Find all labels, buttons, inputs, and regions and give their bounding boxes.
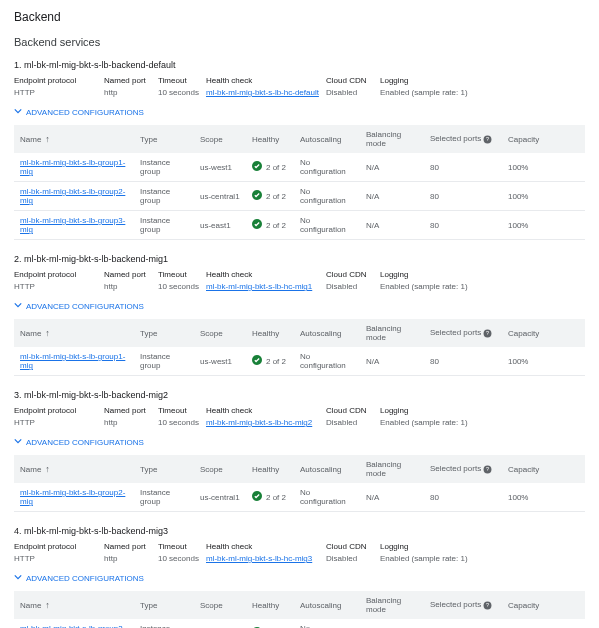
instance-group-link[interactable]: ml-bk-ml-mig-bkt-s-lb-group1-mig bbox=[20, 352, 125, 370]
meta-label-named_port: Named port bbox=[104, 542, 158, 551]
help-icon[interactable]: ? bbox=[483, 328, 492, 337]
backend-heading: Backend bbox=[14, 10, 585, 24]
column-header-scope[interactable]: Scope bbox=[194, 125, 246, 153]
advanced-configurations-toggle[interactable]: ADVANCED CONFIGURATIONS bbox=[14, 573, 585, 583]
table-row: ml-bk-ml-mig-bkt-s-lb-group2-migInstance… bbox=[14, 483, 585, 512]
meta-label-endpoint_protocol: Endpoint protocol bbox=[14, 76, 104, 85]
instance-group-link[interactable]: ml-bk-ml-mig-bkt-s-lb-group2-mig bbox=[20, 488, 125, 506]
column-header-selected_ports[interactable]: Selected ports ? bbox=[424, 455, 502, 483]
meta-value-cloud_cdn: Disabled bbox=[326, 88, 380, 97]
meta-value-named_port: http bbox=[104, 418, 158, 427]
column-header-type[interactable]: Type bbox=[134, 455, 194, 483]
meta-label-health_check: Health check bbox=[206, 542, 326, 551]
column-header-selected_ports[interactable]: Selected ports ? bbox=[424, 591, 502, 619]
table-row: ml-bk-ml-mig-bkt-s-lb-group1-migInstance… bbox=[14, 153, 585, 182]
check-circle-icon bbox=[252, 161, 262, 173]
backend-service-title: 2. ml-bk-ml-mig-bkt-s-lb-backend-mig1 bbox=[14, 254, 585, 264]
column-header-selected_ports[interactable]: Selected ports ? bbox=[424, 125, 502, 153]
sort-arrow-icon: ↑ bbox=[45, 328, 50, 338]
column-header-capacity[interactable]: Capacity bbox=[502, 455, 585, 483]
svg-text:?: ? bbox=[486, 602, 489, 608]
health-check-link[interactable]: ml-bk-ml-mig-bkt-s-lb-hc-default bbox=[206, 88, 319, 97]
column-header-capacity[interactable]: Capacity bbox=[502, 591, 585, 619]
instance-group-link[interactable]: ml-bk-ml-mig-bkt-s-lb-group2-mig bbox=[20, 187, 125, 205]
column-header-balancing_mode[interactable]: Balancing mode bbox=[360, 455, 424, 483]
meta-value-named_port: http bbox=[104, 554, 158, 563]
backend-services-heading: Backend services bbox=[14, 36, 585, 48]
column-header-healthy[interactable]: Healthy bbox=[246, 455, 294, 483]
meta-value-endpoint_protocol: HTTP bbox=[14, 88, 104, 97]
column-header-healthy[interactable]: Healthy bbox=[246, 125, 294, 153]
column-header-autoscaling[interactable]: Autoscaling bbox=[294, 319, 360, 347]
meta-label-cloud_cdn: Cloud CDN bbox=[326, 76, 380, 85]
meta-value-logging: Enabled (sample rate: 1) bbox=[380, 418, 585, 427]
meta-label-cloud_cdn: Cloud CDN bbox=[326, 542, 380, 551]
meta-value-logging: Enabled (sample rate: 1) bbox=[380, 282, 585, 291]
column-header-type[interactable]: Type bbox=[134, 591, 194, 619]
column-header-healthy[interactable]: Healthy bbox=[246, 591, 294, 619]
check-circle-icon bbox=[252, 190, 262, 202]
meta-label-timeout: Timeout bbox=[158, 542, 206, 551]
instance-group-link[interactable]: ml-bk-ml-mig-bkt-s-lb-group3-mig bbox=[20, 216, 125, 234]
column-header-balancing_mode[interactable]: Balancing mode bbox=[360, 319, 424, 347]
column-header-capacity[interactable]: Capacity bbox=[502, 125, 585, 153]
column-header-autoscaling[interactable]: Autoscaling bbox=[294, 125, 360, 153]
column-header-name[interactable]: Name ↑ bbox=[14, 455, 134, 483]
chevron-down-icon bbox=[14, 437, 22, 447]
column-header-type[interactable]: Type bbox=[134, 319, 194, 347]
meta-label-timeout: Timeout bbox=[158, 406, 206, 415]
column-header-name[interactable]: Name ↑ bbox=[14, 125, 134, 153]
column-header-autoscaling[interactable]: Autoscaling bbox=[294, 455, 360, 483]
meta-value-endpoint_protocol: HTTP bbox=[14, 554, 104, 563]
check-circle-icon bbox=[252, 491, 262, 503]
meta-value-timeout: 10 seconds bbox=[158, 554, 206, 563]
meta-label-endpoint_protocol: Endpoint protocol bbox=[14, 542, 104, 551]
chevron-down-icon bbox=[14, 107, 22, 117]
help-icon[interactable]: ? bbox=[483, 464, 492, 473]
backend-service-title: 4. ml-bk-ml-mig-bkt-s-lb-backend-mig3 bbox=[14, 526, 585, 536]
advanced-configurations-toggle[interactable]: ADVANCED CONFIGURATIONS bbox=[14, 437, 585, 447]
meta-label-cloud_cdn: Cloud CDN bbox=[326, 406, 380, 415]
meta-label-logging: Logging bbox=[380, 270, 585, 279]
column-header-balancing_mode[interactable]: Balancing mode bbox=[360, 125, 424, 153]
meta-value-cloud_cdn: Disabled bbox=[326, 554, 380, 563]
check-circle-icon bbox=[252, 355, 262, 367]
meta-label-endpoint_protocol: Endpoint protocol bbox=[14, 270, 104, 279]
meta-label-named_port: Named port bbox=[104, 270, 158, 279]
advanced-configurations-toggle[interactable]: ADVANCED CONFIGURATIONS bbox=[14, 107, 585, 117]
sort-arrow-icon: ↑ bbox=[45, 134, 50, 144]
column-header-balancing_mode[interactable]: Balancing mode bbox=[360, 591, 424, 619]
svg-text:?: ? bbox=[486, 466, 489, 472]
health-check-link[interactable]: ml-bk-ml-mig-bkt-s-lb-hc-mig1 bbox=[206, 282, 312, 291]
meta-label-logging: Logging bbox=[380, 76, 585, 85]
help-icon[interactable]: ? bbox=[483, 600, 492, 609]
meta-value-endpoint_protocol: HTTP bbox=[14, 418, 104, 427]
table-row: ml-bk-ml-mig-bkt-s-lb-group1-migInstance… bbox=[14, 347, 585, 376]
column-header-scope[interactable]: Scope bbox=[194, 591, 246, 619]
column-header-scope[interactable]: Scope bbox=[194, 455, 246, 483]
column-header-name[interactable]: Name ↑ bbox=[14, 319, 134, 347]
health-check-link[interactable]: ml-bk-ml-mig-bkt-s-lb-hc-mig2 bbox=[206, 418, 312, 427]
chevron-down-icon bbox=[14, 573, 22, 583]
instance-group-link[interactable]: ml-bk-ml-mig-bkt-s-lb-group1-mig bbox=[20, 158, 125, 176]
backend-service-title: 3. ml-bk-ml-mig-bkt-s-lb-backend-mig2 bbox=[14, 390, 585, 400]
table-row: ml-bk-ml-mig-bkt-s-lb-group3-migInstance… bbox=[14, 211, 585, 240]
table-row: ml-bk-ml-mig-bkt-s-lb-group2-migInstance… bbox=[14, 182, 585, 211]
column-header-capacity[interactable]: Capacity bbox=[502, 319, 585, 347]
meta-label-named_port: Named port bbox=[104, 76, 158, 85]
column-header-name[interactable]: Name ↑ bbox=[14, 591, 134, 619]
column-header-healthy[interactable]: Healthy bbox=[246, 319, 294, 347]
advanced-configurations-toggle[interactable]: ADVANCED CONFIGURATIONS bbox=[14, 301, 585, 311]
help-icon[interactable]: ? bbox=[483, 134, 492, 143]
column-header-scope[interactable]: Scope bbox=[194, 319, 246, 347]
column-header-autoscaling[interactable]: Autoscaling bbox=[294, 591, 360, 619]
table-row: ml-bk-ml-mig-bkt-s-lb-group3-migInstance… bbox=[14, 619, 585, 628]
column-header-selected_ports[interactable]: Selected ports ? bbox=[424, 319, 502, 347]
meta-label-logging: Logging bbox=[380, 406, 585, 415]
meta-label-logging: Logging bbox=[380, 542, 585, 551]
meta-label-endpoint_protocol: Endpoint protocol bbox=[14, 406, 104, 415]
check-circle-icon bbox=[252, 219, 262, 231]
health-check-link[interactable]: ml-bk-ml-mig-bkt-s-lb-hc-mig3 bbox=[206, 554, 312, 563]
instance-group-link[interactable]: ml-bk-ml-mig-bkt-s-lb-group3-mig bbox=[20, 624, 125, 628]
column-header-type[interactable]: Type bbox=[134, 125, 194, 153]
